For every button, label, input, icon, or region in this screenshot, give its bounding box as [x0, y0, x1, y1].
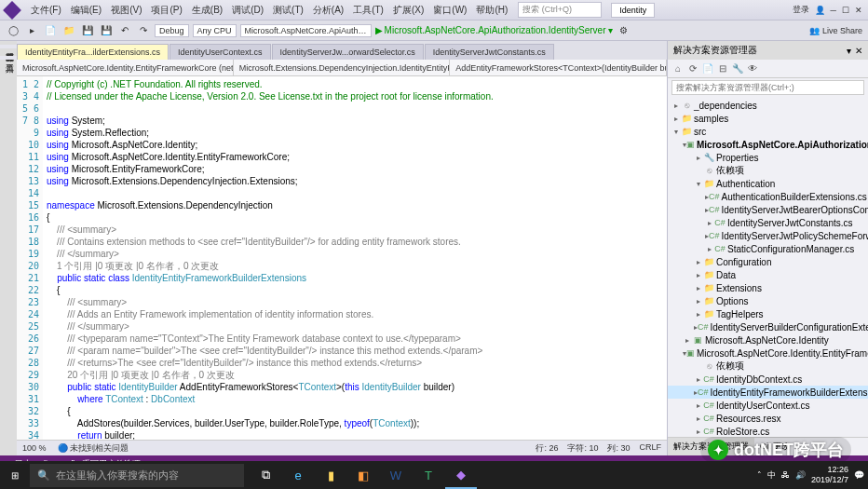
- forward-icon[interactable]: ▸: [24, 23, 39, 38]
- expand-icon[interactable]: ▸: [705, 245, 714, 253]
- toolbox-tab[interactable]: 工具箱: [0, 56, 17, 60]
- eol-indicator[interactable]: CRLF: [639, 442, 661, 455]
- tree-item[interactable]: ▾📁Authentication: [668, 177, 868, 190]
- expand-icon[interactable]: ▸: [705, 219, 714, 227]
- expand-icon[interactable]: ▾: [694, 180, 703, 188]
- tree-item[interactable]: ▾▣Microsoft.AspNetCore.ApiAuthorization.…: [668, 138, 868, 151]
- notification-icon[interactable]: 💬: [854, 470, 864, 480]
- menu-生成(B)[interactable]: 生成(B): [187, 3, 227, 17]
- vs-icon[interactable]: ◆: [445, 461, 477, 489]
- signin-link[interactable]: 登录: [793, 4, 809, 16]
- tree-item[interactable]: ▸C#IdentityServerJwtBearerOptionsConfig: [668, 203, 868, 216]
- run-button[interactable]: ▶ Microsoft.AspNetCore.ApiAuthorization.…: [375, 25, 613, 35]
- minimize-icon[interactable]: ─: [831, 6, 836, 15]
- save-all-icon[interactable]: 💾: [99, 23, 114, 38]
- tree-item[interactable]: ⎋依赖项: [668, 164, 868, 177]
- expand-icon[interactable]: ▸: [671, 102, 681, 110]
- expand-icon[interactable]: ▸: [694, 154, 703, 162]
- tree-item[interactable]: ▸⎋_dependencies: [668, 99, 868, 112]
- solution-search-input[interactable]: [671, 80, 864, 95]
- nav-dropdown[interactable]: Microsoft.AspNetCore.Identity.EntityFram…: [17, 60, 234, 75]
- tree-item[interactable]: ▸C#Resources.resx: [668, 412, 868, 425]
- code-editor[interactable]: // Copyright (c) .NET Foundation. All ri…: [43, 76, 667, 440]
- document-tab[interactable]: IdentityServerJwtConstants.cs: [425, 44, 554, 60]
- menu-窗口(W)[interactable]: 窗口(W): [428, 3, 471, 17]
- menu-工具(T)[interactable]: 工具(T): [348, 3, 388, 17]
- menu-帮助(H)[interactable]: 帮助(H): [471, 3, 512, 17]
- zoom-level[interactable]: 100 %: [22, 443, 47, 453]
- menu-视图(V)[interactable]: 视图(V): [106, 3, 146, 17]
- expand-icon[interactable]: ▸: [694, 401, 703, 410]
- task-view-icon[interactable]: ⧉: [250, 461, 281, 489]
- tree-item[interactable]: ▾▣Microsoft.AspNetCore.Identity.EntityFr…: [668, 346, 868, 360]
- solution-tree[interactable]: ▸⎋_dependencies▸📁samples▾📁src▾▣Microsoft…: [668, 97, 868, 437]
- expand-icon[interactable]: ▸: [694, 414, 703, 423]
- manage-accounts-icon[interactable]: 👤: [815, 6, 825, 15]
- tray-chevron-icon[interactable]: ˄: [757, 470, 762, 480]
- expand-icon[interactable]: ▸: [694, 271, 703, 279]
- text-icon[interactable]: T: [413, 461, 444, 489]
- menu-分析(A)[interactable]: 分析(A): [308, 3, 348, 17]
- liveshare-button[interactable]: 👥 Live Share: [809, 26, 862, 35]
- preview-icon[interactable]: 👁: [746, 62, 759, 75]
- startup-dropdown[interactable]: Microsoft.AspNetCore.ApiAuth…: [240, 24, 372, 37]
- document-tab[interactable]: IdentityServerJw...orwardSelector.cs: [272, 44, 424, 60]
- expand-icon[interactable]: ▸: [694, 258, 703, 266]
- expand-icon[interactable]: ▸: [694, 297, 703, 306]
- tree-item[interactable]: ▸📁TagHelpers: [668, 307, 868, 320]
- tree-item[interactable]: ▸C#IdentityServerJwtConstants.cs: [668, 216, 868, 229]
- back-icon[interactable]: ◯: [6, 23, 20, 38]
- expand-icon[interactable]: ▸: [694, 310, 703, 319]
- app-icon[interactable]: ◧: [347, 461, 379, 489]
- menu-文件(F)[interactable]: 文件(F): [26, 3, 66, 17]
- tree-item[interactable]: ▸C#IdentityEntityFrameworkBuilderExtensi…: [668, 386, 868, 399]
- expand-icon[interactable]: ▸: [694, 375, 703, 384]
- clock[interactable]: 12:26 2019/12/7: [811, 465, 848, 485]
- tree-item[interactable]: ▸📁Options: [668, 294, 868, 307]
- word-icon[interactable]: W: [380, 461, 412, 489]
- document-tab[interactable]: IdentityEntityFra...ilderExtensions.cs: [17, 44, 169, 60]
- collapse-icon[interactable]: ⊟: [716, 62, 729, 75]
- expand-icon[interactable]: ▾: [671, 128, 681, 136]
- tree-item[interactable]: ▸📁Extensions: [668, 281, 868, 294]
- show-all-icon[interactable]: 📄: [701, 62, 714, 75]
- menu-扩展(X)[interactable]: 扩展(X): [388, 3, 428, 17]
- maximize-icon[interactable]: ☐: [842, 6, 849, 15]
- tree-item[interactable]: ▸C#IdentityUserContext.cs: [668, 399, 868, 412]
- ime-icon[interactable]: 中: [767, 469, 776, 482]
- explorer-icon[interactable]: ▮: [315, 461, 346, 489]
- save-icon[interactable]: 💾: [80, 23, 95, 38]
- solution-name-button[interactable]: Identity: [611, 3, 655, 18]
- tree-item[interactable]: ▸▣Microsoft.AspNetCore.Identity: [668, 333, 868, 346]
- tree-item[interactable]: ▾📁src: [668, 125, 868, 138]
- expand-icon[interactable]: ▸: [671, 115, 681, 123]
- volume-icon[interactable]: 🔊: [795, 470, 806, 480]
- open-icon[interactable]: 📁: [61, 23, 76, 38]
- close-icon[interactable]: ✕: [855, 6, 862, 15]
- config-dropdown[interactable]: Debug: [155, 24, 189, 37]
- tree-item[interactable]: ▸📁Configuration: [668, 255, 868, 268]
- tree-item[interactable]: ▸🔧Properties: [668, 151, 868, 164]
- taskbar-search[interactable]: 🔍 在这里输入你要搜索的内容: [30, 464, 244, 487]
- tree-item[interactable]: ⎋依赖项: [668, 360, 868, 373]
- menu-编辑(E)[interactable]: 编辑(E): [66, 3, 106, 17]
- tree-item[interactable]: ▸C#RoleStore.cs: [668, 425, 868, 437]
- search-input[interactable]: 搜索 (Ctrl+Q): [518, 2, 602, 18]
- tree-item[interactable]: ▸C#AuthenticationBuilderExtensions.cs: [668, 190, 868, 203]
- close-panel-icon[interactable]: ✕: [855, 46, 862, 56]
- redo-icon[interactable]: ↷: [136, 23, 151, 38]
- properties-icon[interactable]: 🔧: [731, 62, 744, 75]
- tool-icon[interactable]: ⚙: [617, 23, 631, 38]
- tree-item[interactable]: ▸📁Data: [668, 268, 868, 281]
- server-explorer-tab[interactable]: 服务器资源管理器: [0, 45, 17, 48]
- tree-item[interactable]: ▸C#IdentityServerBuilderConfigurationExt…: [668, 320, 868, 333]
- issues-indicator[interactable]: 🔵 未找到相关问题: [58, 442, 129, 455]
- tree-item[interactable]: ▸C#IdentityServerJwtPolicySchemeForwar: [668, 229, 868, 242]
- nav-dropdown[interactable]: Microsoft.Extensions.DependencyInjection…: [234, 60, 451, 75]
- undo-icon[interactable]: ↶: [117, 23, 132, 38]
- platform-dropdown[interactable]: Any CPU: [193, 24, 237, 37]
- document-tab[interactable]: IdentityUserContext.cs: [170, 44, 271, 60]
- menu-项目(P)[interactable]: 项目(P): [146, 3, 186, 17]
- sync-icon[interactable]: ⟳: [686, 62, 699, 75]
- expand-icon[interactable]: ▸: [694, 284, 703, 292]
